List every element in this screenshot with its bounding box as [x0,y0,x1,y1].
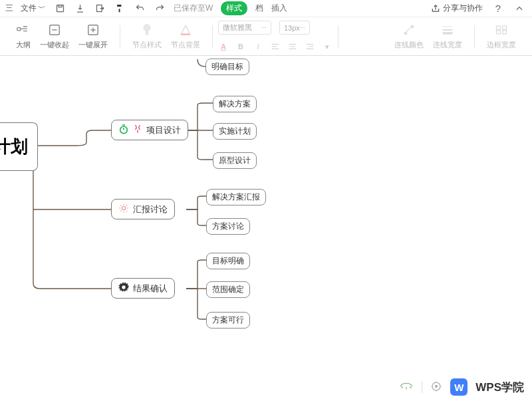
child-node[interactable]: 解决方案汇报 [206,189,266,205]
font-color-button[interactable]: A [218,41,229,52]
chevron-down-icon: ⋯ [261,25,267,31]
align-right-button[interactable] [305,41,315,52]
align-left-button[interactable] [270,41,281,52]
branch-label: 汇报讨论 [133,203,168,215]
toolbar: 大纲 一键收起 一键展开 节点样式 节点背景 [0,17,532,56]
divider [474,25,475,48]
node-style-button[interactable]: 节点样式 [132,23,162,50]
node-bg-icon [179,23,192,37]
node-style-group: 节点样式 节点背景 [126,23,207,50]
redo-icon[interactable] [154,3,166,15]
chevron-down-icon: ⋯ [300,25,305,31]
save-icon[interactable] [54,3,66,15]
node-bg-button[interactable]: 节点背景 [171,23,200,50]
collapse-all-button[interactable]: 一键收起 [40,23,69,50]
connector-lines [0,56,532,399]
child-label: 解决方案汇报 [212,192,260,203]
save-status: 已保存至W [174,3,213,14]
chevron-down-icon: ﹀ [38,3,46,14]
download-icon[interactable] [74,3,86,15]
format-painter-icon[interactable] [114,3,126,15]
expand-icon [87,23,99,37]
border-width-label: 边框宽度 [487,40,516,50]
eye-icon[interactable] [399,382,414,393]
share-button[interactable]: 分享与协作 [431,3,483,14]
child-label: 原型设计 [219,155,251,166]
wps-logo[interactable]: W [450,378,467,396]
line-width-icon [441,23,454,37]
branch-label: 结果确认 [133,283,168,295]
timer-icon [118,124,129,136]
outline-label: 大纲 [16,40,31,50]
child-node[interactable]: 实施计划 [213,123,257,140]
collapse-label: 一键收起 [40,40,69,50]
italic-button[interactable]: I [253,41,263,52]
svg-point-14 [120,126,128,134]
export-icon[interactable] [94,3,106,15]
child-node[interactable]: 目标明确 [206,253,250,269]
bold-button[interactable]: B [235,41,246,52]
svg-point-6 [144,25,150,31]
node-bg-label: 节点背景 [171,40,200,50]
line-color-label: 连线颜色 [394,40,424,50]
child-label: 方案讨论 [212,221,244,232]
svg-point-17 [436,385,438,387]
font-name: 微软雅黑 [223,23,252,33]
font-select[interactable]: 微软雅黑 ⋯ [218,21,271,35]
svg-rect-1 [59,5,62,7]
outline-button[interactable]: 大纲 [16,23,31,50]
file-label: 文件 [21,3,37,14]
size-select[interactable]: 13px ⋯ [279,21,310,35]
expand-label: 一键展开 [78,40,108,50]
child-node[interactable]: 原型设计 [213,152,257,169]
divider [338,25,338,48]
divider [212,25,213,48]
drop-icon [133,124,142,136]
outline-icon [17,23,30,37]
child-node[interactable]: 方案可行 [206,312,250,329]
footer: W WPS学院 [391,375,532,399]
svg-rect-10 [497,26,501,29]
child-node[interactable]: 明确目标 [205,59,249,75]
line-width-label: 连线宽度 [433,40,462,50]
branch-node[interactable]: 项目设计 [111,120,188,140]
file-menu[interactable]: 文件 ﹀ [21,3,46,14]
root-node[interactable]: 计划 [0,122,38,171]
collapse-up-icon[interactable] [513,3,525,15]
help-icon[interactable]: ? [492,3,504,15]
target-icon[interactable] [430,380,442,394]
bulb-icon [118,203,129,215]
child-label: 明确目标 [211,61,243,72]
text-dropdown[interactable]: ▾ [322,41,332,52]
line-color-icon [402,23,416,37]
line-group: 连线颜色 连线宽度 [388,23,469,50]
child-label: 解决方案 [219,98,251,110]
divider [422,381,422,393]
child-node[interactable]: 范围确定 [206,281,250,298]
child-node[interactable]: 方案讨论 [206,218,250,235]
menubar: 三 文件 ﹀ 已保存至W 样式 档 插入 分享与协作 [0,0,532,17]
line-color-button[interactable]: 连线颜色 [394,23,424,50]
mindmap-canvas[interactable]: 计划 明确目标 项目设计 解决方案 实施计划 原型设计 汇报讨论 解决方案汇报 … [0,56,532,399]
divider [120,25,120,48]
border-width-button[interactable]: 边框宽度 [487,23,516,50]
child-node[interactable]: 解决方案 [213,96,257,112]
border-width-icon [495,23,508,37]
root-label: 计划 [0,135,28,158]
svg-point-15 [122,206,125,209]
branch-node[interactable]: 结果确认 [111,278,175,299]
tab-insert[interactable]: 插入 [271,3,287,14]
svg-rect-0 [57,5,63,12]
collapse-icon [49,23,61,37]
hamburger-icon[interactable]: 三 [5,3,13,14]
svg-rect-11 [503,26,507,29]
line-width-button[interactable]: 连线宽度 [433,23,462,50]
outline-group: 大纲 一键收起 一键展开 [9,23,114,50]
expand-all-button[interactable]: 一键展开 [78,23,108,50]
border-group: 边框宽度 [480,23,523,50]
undo-icon[interactable] [134,3,146,15]
tab-doc[interactable]: 档 [255,3,263,14]
tab-style[interactable]: 样式 [221,1,247,15]
branch-node[interactable]: 汇报讨论 [111,199,175,219]
align-center-button[interactable] [287,41,298,52]
